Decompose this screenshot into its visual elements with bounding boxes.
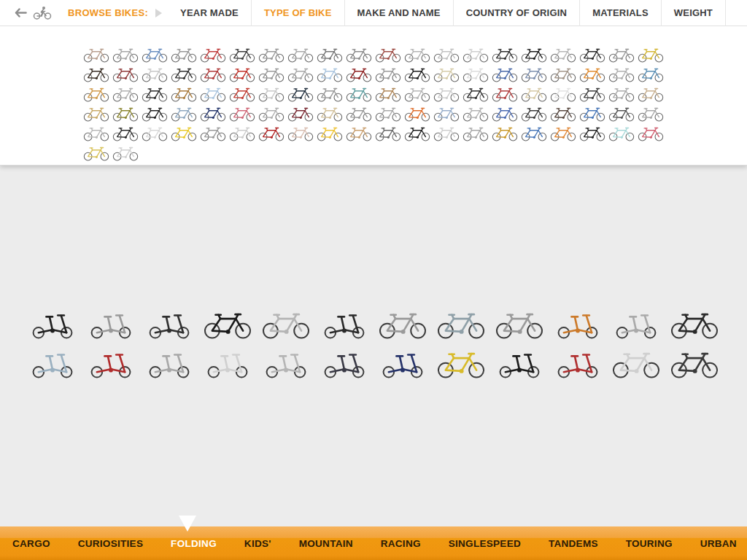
bike-thumbnail-r4-c20[interactable] bbox=[636, 104, 665, 123]
bike-thumbnail-r5-c20[interactable] bbox=[636, 123, 665, 143]
folding-bike-thumbnail-r2-c10[interactable] bbox=[549, 341, 607, 381]
bike-thumbnail-r2-c7[interactable] bbox=[257, 64, 286, 84]
bike-thumbnail-r2-c18[interactable] bbox=[578, 64, 607, 84]
category-urban[interactable]: URBAN bbox=[700, 538, 737, 549]
bike-thumbnail-r5-c15[interactable] bbox=[490, 123, 519, 143]
bike-thumbnail-r2-c5[interactable] bbox=[198, 64, 228, 84]
bike-thumbnail-r5-c19[interactable] bbox=[607, 123, 636, 143]
bike-thumbnail-r2-c16[interactable] bbox=[519, 64, 549, 84]
bike-thumbnail-r3-c20[interactable] bbox=[636, 84, 665, 104]
bike-thumbnail-r1-c4[interactable] bbox=[169, 44, 198, 64]
bike-thumbnail-r4-c10[interactable] bbox=[344, 104, 374, 123]
bike-thumbnail-r4-c9[interactable] bbox=[315, 104, 344, 123]
bike-thumbnail-r1-c6[interactable] bbox=[228, 44, 257, 64]
bike-thumbnail-r1-c9[interactable] bbox=[315, 44, 344, 64]
bike-thumbnail-r1-c13[interactable] bbox=[432, 44, 461, 64]
folding-bike-thumbnail-r1-c12[interactable] bbox=[665, 302, 724, 341]
bike-thumbnail-r4-c2[interactable] bbox=[111, 104, 140, 123]
bike-thumbnail-r1-c8[interactable] bbox=[286, 44, 315, 64]
bike-thumbnail-r5-c13[interactable] bbox=[432, 123, 461, 143]
bike-thumbnail-r3-c3[interactable] bbox=[140, 84, 169, 104]
bike-thumbnail-r2-c11[interactable] bbox=[374, 64, 403, 84]
bike-thumbnail-r5-c16[interactable] bbox=[519, 123, 549, 143]
bike-thumbnail-r4-c1[interactable] bbox=[82, 104, 111, 123]
bike-thumbnail-r5-c6[interactable] bbox=[228, 123, 257, 143]
folding-bike-thumbnail-r2-c7[interactable] bbox=[374, 341, 432, 381]
bike-thumbnail-r3-c12[interactable] bbox=[403, 84, 432, 104]
folding-bike-thumbnail-r2-c11[interactable] bbox=[607, 341, 665, 381]
bike-thumbnail-r4-c3[interactable] bbox=[140, 104, 169, 123]
bike-thumbnail-r2-c3[interactable] bbox=[140, 64, 169, 84]
bike-thumbnail-r1-c18[interactable] bbox=[578, 44, 607, 64]
bike-thumbnail-r1-c2[interactable] bbox=[111, 44, 140, 64]
bike-thumbnail-r3-c16[interactable] bbox=[519, 84, 549, 104]
bike-thumbnail-r5-c9[interactable] bbox=[315, 123, 344, 143]
tab-weight[interactable]: WEIGHT bbox=[662, 0, 726, 26]
bike-thumbnail-r3-c15[interactable] bbox=[490, 84, 519, 104]
tab-country-of-origin[interactable]: COUNTRY OF ORIGIN bbox=[454, 0, 580, 26]
bike-thumbnail-r3-c17[interactable] bbox=[549, 84, 578, 104]
folding-bike-thumbnail-r2-c8[interactable] bbox=[432, 341, 490, 381]
folding-bike-thumbnail-r2-c1[interactable] bbox=[23, 341, 82, 381]
bike-thumbnail-r5-c8[interactable] bbox=[286, 123, 315, 143]
folding-bike-thumbnail-r1-c9[interactable] bbox=[490, 302, 549, 341]
bike-thumbnail-r4-c15[interactable] bbox=[490, 104, 519, 123]
bike-thumbnail-r5-c17[interactable] bbox=[549, 123, 578, 143]
folding-bike-thumbnail-r2-c5[interactable] bbox=[257, 341, 315, 381]
bike-thumbnail-r5-c5[interactable] bbox=[198, 123, 228, 143]
folding-bike-thumbnail-r2-c6[interactable] bbox=[315, 341, 374, 381]
bike-thumbnail-r4-c6[interactable] bbox=[228, 104, 257, 123]
bike-thumbnail-r1-c19[interactable] bbox=[607, 44, 636, 64]
bike-thumbnail-r5-c18[interactable] bbox=[578, 123, 607, 143]
bike-thumbnail-r4-c4[interactable] bbox=[169, 104, 198, 123]
folding-bike-thumbnail-r1-c11[interactable] bbox=[607, 302, 665, 341]
folding-bike-thumbnail-r1-c8[interactable] bbox=[432, 302, 490, 341]
bike-thumbnail-r2-c17[interactable] bbox=[549, 64, 578, 84]
bike-thumbnail-r1-c20[interactable] bbox=[636, 44, 665, 64]
category-racing[interactable]: RACING bbox=[381, 538, 421, 549]
bike-thumbnail-r4-c5[interactable] bbox=[198, 104, 228, 123]
folding-bike-thumbnail-r2-c2[interactable] bbox=[82, 341, 140, 381]
bike-thumbnail-r5-c10[interactable] bbox=[344, 123, 374, 143]
bike-thumbnail-r3-c19[interactable] bbox=[607, 84, 636, 104]
bike-thumbnail-r1-c14[interactable] bbox=[461, 44, 490, 64]
bike-thumbnail-r4-c14[interactable] bbox=[461, 104, 490, 123]
folding-bike-thumbnail-r1-c5[interactable] bbox=[257, 302, 315, 341]
bike-thumbnail-r5-c11[interactable] bbox=[374, 123, 403, 143]
category-tandems[interactable]: TANDEMS bbox=[549, 538, 598, 549]
bike-thumbnail-r3-c14[interactable] bbox=[461, 84, 490, 104]
bike-thumbnail-r5-c1[interactable] bbox=[82, 123, 111, 143]
folding-bike-thumbnail-r1-c7[interactable] bbox=[374, 302, 432, 341]
bike-thumbnail-r4-c11[interactable] bbox=[374, 104, 403, 123]
bike-thumbnail-r5-c12[interactable] bbox=[403, 123, 432, 143]
bike-thumbnail-r2-c15[interactable] bbox=[490, 64, 519, 84]
bike-thumbnail-r2-c1[interactable] bbox=[82, 64, 111, 84]
bike-thumbnail-r5-c3[interactable] bbox=[140, 123, 169, 143]
category-folding[interactable]: FOLDING bbox=[171, 538, 217, 549]
bike-thumbnail-r3-c4[interactable] bbox=[169, 84, 198, 104]
folding-bike-thumbnail-r1-c3[interactable] bbox=[140, 302, 198, 341]
folding-bike-thumbnail-r1-c1[interactable] bbox=[23, 302, 82, 341]
folding-bike-thumbnail-r1-c4[interactable] bbox=[198, 302, 257, 341]
bike-thumbnail-r5-c14[interactable] bbox=[461, 123, 490, 143]
bike-thumbnail-r2-c2[interactable] bbox=[111, 64, 140, 84]
bike-thumbnail-r2-c6[interactable] bbox=[228, 64, 257, 84]
bike-thumbnail-r4-c13[interactable] bbox=[432, 104, 461, 123]
category-curiosities[interactable]: CURIOSITIES bbox=[78, 538, 144, 549]
bike-thumbnail-r3-c10[interactable] bbox=[344, 84, 374, 104]
bike-thumbnail-r3-c18[interactable] bbox=[578, 84, 607, 104]
bike-thumbnail-r1-c11[interactable] bbox=[374, 44, 403, 64]
bike-thumbnail-r5-c2[interactable] bbox=[111, 123, 140, 143]
folding-bike-thumbnail-r2-c3[interactable] bbox=[140, 341, 198, 381]
bike-thumbnail-r2-c9[interactable] bbox=[315, 64, 344, 84]
bike-thumbnail-r4-c19[interactable] bbox=[607, 104, 636, 123]
tab-year-made[interactable]: YEAR MADE bbox=[168, 0, 252, 26]
category-kids[interactable]: KIDS' bbox=[244, 538, 271, 549]
bike-thumbnail-r4-c12[interactable] bbox=[403, 104, 432, 123]
folding-bike-thumbnail-r2-c12[interactable] bbox=[665, 341, 724, 381]
bike-thumbnail-r4-c8[interactable] bbox=[286, 104, 315, 123]
bike-thumbnail-r6-c2[interactable] bbox=[111, 143, 140, 163]
bike-thumbnail-r2-c13[interactable] bbox=[432, 64, 461, 84]
bike-thumbnail-r4-c18[interactable] bbox=[578, 104, 607, 123]
bike-thumbnail-r1-c15[interactable] bbox=[490, 44, 519, 64]
